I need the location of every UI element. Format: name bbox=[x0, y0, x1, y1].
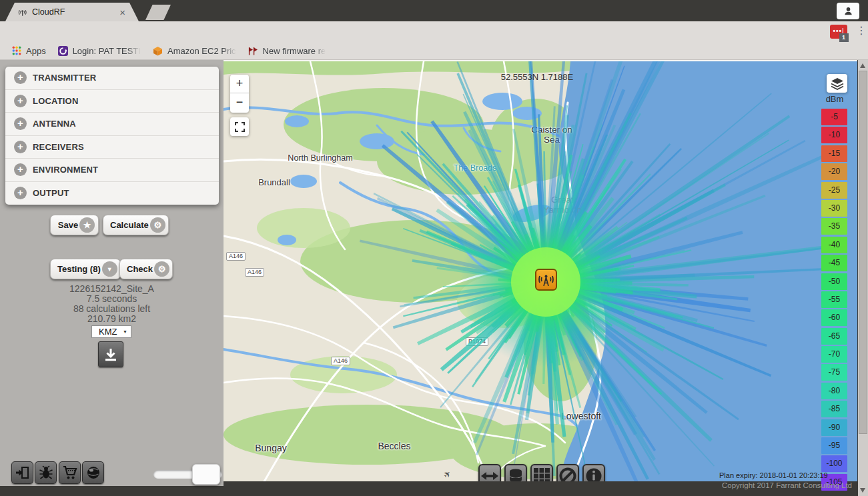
plus-icon: + bbox=[14, 163, 27, 176]
legend-entry--30: -30 bbox=[821, 200, 847, 217]
tab-title: CloudRF bbox=[32, 7, 119, 17]
accordion-transmitter[interactable]: + TRANSMITTER bbox=[5, 67, 219, 90]
debug-button[interactable] bbox=[35, 461, 57, 484]
calculate-button[interactable]: Calculate ⚙ bbox=[103, 215, 169, 235]
legend-entry--85: -85 bbox=[821, 401, 847, 417]
accordion-location[interactable]: + LOCATION bbox=[5, 90, 219, 113]
fullscreen-button[interactable] bbox=[230, 117, 249, 136]
accordion-label: LOCATION bbox=[33, 96, 79, 106]
extension-badge: 1 bbox=[839, 33, 849, 42]
accordion-output[interactable]: + OUTPUT bbox=[5, 182, 219, 205]
preset-label: Testing (8) bbox=[57, 264, 101, 274]
parameter-accordion: + TRANSMITTER + LOCATION + ANTENNA + REC… bbox=[5, 67, 219, 205]
status-site-name: 1226152142_Site_A bbox=[0, 284, 224, 294]
bookmark-amazon-ec2[interactable]: Amazon EC2 Pric bbox=[153, 46, 236, 56]
export-format-select[interactable]: KMZ ▼ bbox=[91, 325, 131, 338]
calculate-label: Calculate bbox=[110, 220, 149, 230]
download-icon bbox=[103, 347, 118, 362]
legend-entry--10: -10 bbox=[821, 127, 847, 143]
preset-dropdown-button[interactable]: Testing (8) ▼ bbox=[50, 259, 121, 279]
bookmark-firmware[interactable]: New firmware re bbox=[248, 46, 326, 56]
legend-entry--55: -55 bbox=[821, 291, 847, 308]
exit-door-icon bbox=[15, 465, 30, 480]
slider-handle[interactable] bbox=[192, 464, 220, 485]
legend-entry--35: -35 bbox=[821, 218, 847, 235]
legend-entry--40: -40 bbox=[821, 237, 847, 253]
bookmarks-bar: Apps Login: PAT TESTI Amazon EC2 Pric Ne… bbox=[0, 42, 868, 60]
copyright-text: Copyright 2017 Farrant Consulting Ltd bbox=[722, 481, 852, 489]
road-badge-b1074: B1074 bbox=[466, 337, 488, 346]
check-label: Check bbox=[127, 264, 153, 274]
scrollbar-thumb[interactable] bbox=[859, 71, 867, 434]
grid-tool-button[interactable] bbox=[530, 464, 553, 481]
globe-button[interactable] bbox=[82, 461, 104, 484]
legend-entry--20: -20 bbox=[821, 163, 847, 180]
map-label-brundall: Brundall bbox=[248, 177, 301, 187]
password-manager-extension-icon[interactable]: •••| 1 bbox=[830, 25, 847, 39]
select-arrow-icon: ▼ bbox=[123, 329, 127, 334]
plus-icon: + bbox=[14, 95, 27, 107]
layers-button[interactable] bbox=[827, 74, 847, 93]
accordion-environment[interactable]: + ENVIRONMENT bbox=[5, 159, 219, 182]
legend-entry--5: -5 bbox=[821, 109, 847, 125]
status-coverage-area: 210.79 km2 bbox=[0, 314, 224, 324]
apps-grid-icon bbox=[12, 46, 21, 55]
measure-tool-button[interactable] bbox=[478, 464, 501, 481]
map-label-caister: Caister on Sea bbox=[525, 125, 578, 145]
scroll-up-arrow[interactable] bbox=[860, 63, 865, 68]
globe-icon bbox=[86, 465, 101, 480]
bookmark-amazon-label: Amazon EC2 Pric bbox=[167, 46, 236, 56]
cursor-coordinates: 52.5553N 1.7188E bbox=[470, 72, 604, 82]
shopping-cart-icon bbox=[63, 465, 77, 480]
map-label-north-burlingham: North Burlingham bbox=[287, 153, 354, 163]
dbm-legend: dBm -5-10-15-20-25-30-35-40-45-50-55-60-… bbox=[821, 94, 848, 492]
accordion-antenna[interactable]: + ANTENNA bbox=[5, 113, 219, 136]
legend-entry--100: -100 bbox=[821, 455, 847, 472]
accordion-label: OUTPUT bbox=[33, 188, 69, 198]
legend-entry--45: -45 bbox=[821, 255, 847, 271]
bug-icon bbox=[39, 465, 53, 480]
info-button[interactable] bbox=[582, 464, 605, 481]
shop-button[interactable] bbox=[59, 461, 81, 484]
save-button[interactable]: Save ★ bbox=[50, 215, 99, 235]
map-label-beccles: Beccles bbox=[368, 441, 421, 451]
accordion-receivers[interactable]: + RECEIVERS bbox=[5, 136, 219, 159]
browser-toolbar: Secure https://cloudrf.com /web/ui x ☆ bbox=[0, 21, 868, 42]
browser-profile-avatar[interactable] bbox=[837, 3, 859, 19]
logout-button[interactable] bbox=[11, 461, 33, 484]
check-button[interactable]: Check ⚙ bbox=[119, 259, 173, 279]
cloudrf-antenna-favicon bbox=[17, 7, 27, 17]
bookmark-login[interactable]: Login: PAT TESTI bbox=[58, 46, 141, 56]
legend-entry--70: -70 bbox=[821, 346, 847, 363]
apps-shortcut[interactable]: Apps bbox=[12, 46, 46, 56]
plan-expiry-text: Plan expiry: 2018-01-01 20:23:19 bbox=[719, 471, 828, 479]
accordion-label: RECEIVERS bbox=[33, 142, 84, 152]
map-canvas[interactable]: North Burlingham Brundall Caister on Sea… bbox=[224, 60, 857, 481]
apps-label: Apps bbox=[26, 46, 46, 56]
legend-entry--75: -75 bbox=[821, 364, 847, 381]
legend-entry--65: -65 bbox=[821, 328, 847, 345]
tab-close-icon[interactable]: × bbox=[119, 7, 125, 17]
transmitter-marker[interactable] bbox=[535, 269, 557, 291]
dbm-unit-label: dBm bbox=[821, 94, 848, 104]
grid-icon bbox=[534, 468, 550, 482]
bookmark-firmware-label: New firmware re bbox=[263, 46, 326, 56]
browser-menu-icon[interactable]: ⋮ bbox=[856, 24, 867, 37]
database-layers-button[interactable] bbox=[504, 464, 527, 481]
page-scrollbar[interactable] bbox=[858, 60, 868, 496]
aws-cube-favicon bbox=[153, 46, 163, 56]
browser-tab[interactable]: CloudRF × bbox=[5, 3, 139, 21]
zoom-in-button[interactable]: + bbox=[230, 75, 249, 93]
scroll-down-arrow[interactable] bbox=[860, 488, 865, 493]
legend-entry--25: -25 bbox=[821, 182, 847, 199]
flags-favicon bbox=[248, 46, 258, 56]
gear-icon: ⚙ bbox=[154, 261, 169, 277]
download-button[interactable] bbox=[98, 341, 123, 367]
legend-entry--60: -60 bbox=[821, 309, 847, 326]
zoom-out-button[interactable]: − bbox=[230, 93, 249, 112]
bookmark-login-label: Login: PAT TESTI bbox=[73, 46, 141, 56]
map-zoom-control: + − bbox=[230, 75, 249, 113]
new-tab-button[interactable] bbox=[145, 5, 171, 20]
arrows-horizontal-icon bbox=[481, 471, 498, 481]
clear-overlay-button[interactable] bbox=[556, 464, 579, 481]
